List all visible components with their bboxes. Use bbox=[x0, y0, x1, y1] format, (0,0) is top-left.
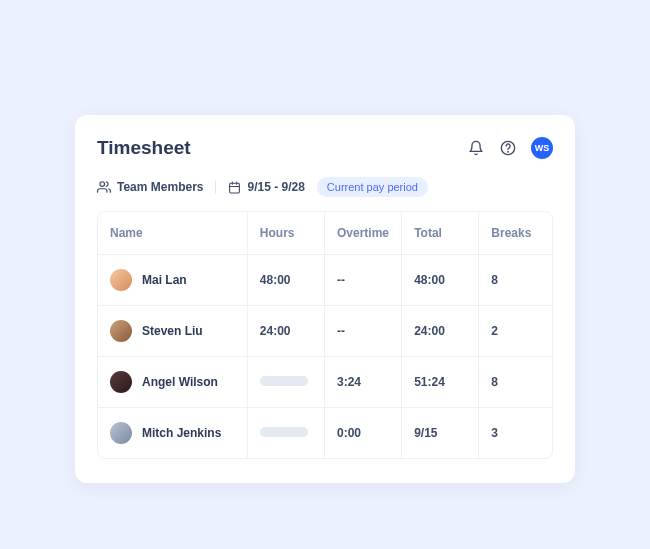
date-range-label: 9/15 - 9/28 bbox=[247, 180, 304, 194]
bell-icon[interactable] bbox=[467, 139, 485, 157]
card-header: Timesheet WS bbox=[97, 137, 553, 159]
table-row[interactable]: Mitch Jenkins0:009/153 bbox=[98, 408, 552, 458]
avatar bbox=[110, 422, 132, 444]
cell-name: Angel Wilson bbox=[98, 357, 248, 408]
timesheet-table: Name Hours Overtime Total Breaks Mai Lan… bbox=[97, 211, 553, 459]
member-name: Steven Liu bbox=[142, 324, 203, 338]
loading-placeholder bbox=[260, 427, 308, 437]
people-icon bbox=[97, 180, 111, 194]
cell-hours bbox=[248, 408, 325, 458]
filter-bar: Team Members 9/15 - 9/28 Current pay per… bbox=[97, 177, 553, 197]
cell-breaks: 2 bbox=[479, 306, 552, 357]
cell-hours: 48:00 bbox=[248, 255, 325, 306]
cell-breaks: 8 bbox=[479, 357, 552, 408]
cell-name: Steven Liu bbox=[98, 306, 248, 357]
cell-overtime: 3:24 bbox=[325, 357, 402, 408]
member-name: Angel Wilson bbox=[142, 375, 218, 389]
cell-breaks: 8 bbox=[479, 255, 552, 306]
member-name: Mitch Jenkins bbox=[142, 426, 221, 440]
cell-breaks: 3 bbox=[479, 408, 552, 458]
cell-total: 51:24 bbox=[402, 357, 479, 408]
team-members-label: Team Members bbox=[117, 180, 203, 194]
avatar bbox=[110, 320, 132, 342]
header-actions: WS bbox=[467, 137, 553, 159]
team-members-filter[interactable]: Team Members bbox=[97, 180, 203, 194]
timesheet-card: Timesheet WS Team Members 9/15 - 9/28 Cu… bbox=[75, 115, 575, 483]
cell-total: 9/15 bbox=[402, 408, 479, 458]
svg-point-2 bbox=[100, 182, 105, 187]
table-row[interactable]: Angel Wilson3:2451:248 bbox=[98, 357, 552, 408]
user-avatar[interactable]: WS bbox=[531, 137, 553, 159]
svg-point-1 bbox=[508, 151, 509, 152]
date-range-picker[interactable]: 9/15 - 9/28 bbox=[228, 180, 304, 194]
svg-rect-3 bbox=[230, 183, 240, 193]
cell-total: 48:00 bbox=[402, 255, 479, 306]
divider bbox=[215, 180, 216, 194]
member-name: Mai Lan bbox=[142, 273, 187, 287]
col-overtime: Overtime bbox=[325, 212, 402, 255]
pay-period-badge: Current pay period bbox=[317, 177, 428, 197]
loading-placeholder bbox=[260, 376, 308, 386]
cell-overtime: -- bbox=[325, 306, 402, 357]
col-hours: Hours bbox=[248, 212, 325, 255]
avatar bbox=[110, 371, 132, 393]
calendar-icon bbox=[228, 181, 241, 194]
table-row[interactable]: Steven Liu24:00--24:002 bbox=[98, 306, 552, 357]
avatar bbox=[110, 269, 132, 291]
table-row[interactable]: Mai Lan48:00--48:008 bbox=[98, 255, 552, 306]
cell-name: Mitch Jenkins bbox=[98, 408, 248, 458]
col-total: Total bbox=[402, 212, 479, 255]
col-name: Name bbox=[98, 212, 248, 255]
help-icon[interactable] bbox=[499, 139, 517, 157]
cell-total: 24:00 bbox=[402, 306, 479, 357]
col-breaks: Breaks bbox=[479, 212, 552, 255]
table-header-row: Name Hours Overtime Total Breaks bbox=[98, 212, 552, 255]
cell-name: Mai Lan bbox=[98, 255, 248, 306]
cell-overtime: -- bbox=[325, 255, 402, 306]
cell-hours: 24:00 bbox=[248, 306, 325, 357]
page-title: Timesheet bbox=[97, 137, 191, 159]
cell-hours bbox=[248, 357, 325, 408]
cell-overtime: 0:00 bbox=[325, 408, 402, 458]
